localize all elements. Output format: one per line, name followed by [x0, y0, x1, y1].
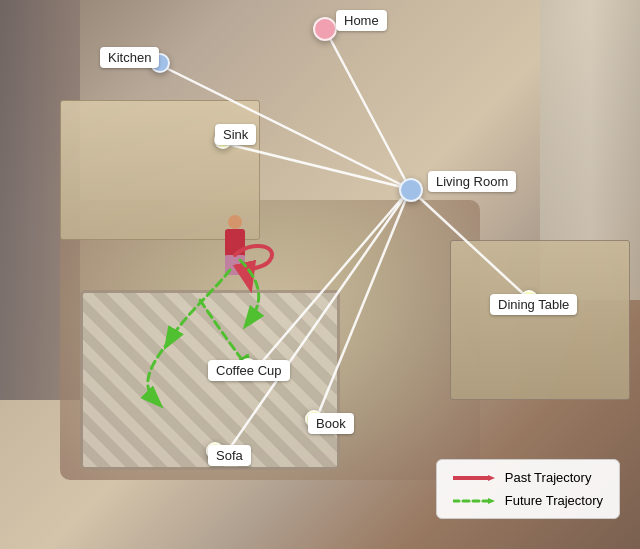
person-figure	[220, 215, 250, 275]
node-book[interactable]	[305, 410, 323, 428]
scene-container: Home Kitchen Sink Living Room Coffee Cup…	[0, 0, 640, 549]
legend-future: Future Trajectory	[453, 493, 603, 508]
legend: Past Trajectory Future Trajectory	[436, 459, 620, 519]
node-home[interactable]	[313, 17, 337, 41]
node-sink[interactable]	[214, 131, 232, 149]
past-trajectory-icon	[453, 473, 495, 483]
svg-marker-8	[488, 475, 495, 481]
node-coffee-cup[interactable]	[239, 358, 257, 376]
legend-past-label: Past Trajectory	[505, 470, 592, 485]
node-kitchen[interactable]	[150, 53, 170, 73]
node-sofa[interactable]	[206, 442, 224, 460]
legend-future-label: Future Trajectory	[505, 493, 603, 508]
legend-past: Past Trajectory	[453, 470, 603, 485]
dining-area	[450, 240, 630, 400]
node-dining-table[interactable]	[520, 290, 538, 308]
node-living-room[interactable]	[399, 178, 423, 202]
future-trajectory-icon	[453, 496, 495, 506]
svg-marker-10	[488, 498, 495, 504]
